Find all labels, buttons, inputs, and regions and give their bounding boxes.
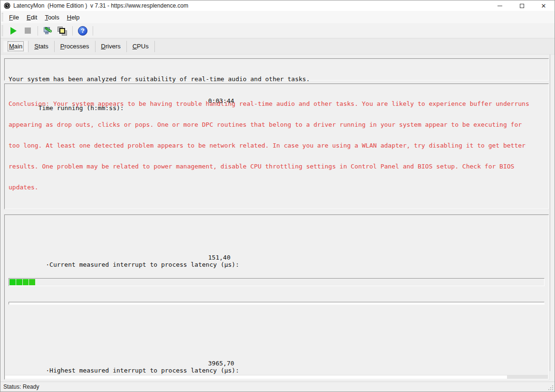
analyze-icon (43, 26, 53, 36)
play-icon (10, 27, 17, 35)
time-running-line: Time running (h:mm:ss): 0:03:44 (9, 97, 545, 105)
conclusion-text: appearing as drop outs, clicks or pops. … (9, 121, 545, 128)
conclusion-text: too long. At least one detected problem … (9, 142, 545, 149)
analysis-summary-panel: Your system has been analyzed for suitab… (4, 58, 549, 81)
status-bar: Status: Ready (0, 382, 555, 392)
help-button[interactable]: ? (76, 25, 89, 37)
report-button[interactable] (56, 25, 69, 37)
conclusion-text: results. One problem may be related to p… (9, 163, 545, 170)
minimize-button[interactable] (489, 0, 511, 11)
menu-edit[interactable]: Edit (23, 12, 41, 23)
report-icon (57, 26, 67, 36)
main-content: Your system has been analyzed for suitab… (0, 54, 555, 382)
stop-monitor-button[interactable] (21, 25, 34, 37)
conclusion-text: updates. (9, 184, 545, 191)
caption-buttons: ✕ (489, 0, 555, 11)
analyze-button[interactable] (41, 25, 55, 37)
measurements-panel: ·Current measured interrupt to process l… (4, 215, 549, 380)
toolbar-gripper[interactable] (2, 25, 3, 36)
menu-help[interactable]: Help (63, 12, 84, 23)
measurement-value: 3965,70 (208, 360, 234, 367)
tab-processes[interactable]: Processes (55, 41, 96, 52)
toolbar-separator (72, 26, 73, 36)
analysis-summary-text: Your system has been analyzed for suitab… (9, 75, 310, 83)
analysis-summary-line: Your system has been analyzed for suitab… (9, 75, 545, 83)
close-icon: ✕ (541, 3, 546, 9)
help-icon: ? (78, 26, 87, 36)
toolbar: ? (0, 23, 555, 38)
horizontal-scrollbar[interactable] (5, 375, 548, 379)
toolbar-separator (93, 26, 93, 36)
title-bar: LatencyMon (Home Edition ) v 7.31 - http… (0, 0, 555, 11)
latency-bar (9, 278, 545, 286)
measurement-row-current-latency: ·Current measured interrupt to process l… (9, 240, 545, 319)
menu-bar: File Edit Tools Help (0, 11, 555, 23)
tab-drivers[interactable]: Drivers (96, 41, 127, 52)
measurement-label: ·Current measured interrupt to process l… (46, 261, 239, 268)
window-title: LatencyMon (Home Edition ) v 7.31 - http… (13, 2, 188, 9)
menu-tools[interactable]: Tools (41, 12, 63, 23)
tab-cpus[interactable]: CPUs (127, 41, 155, 52)
app-logo-icon (4, 2, 10, 9)
resize-grip[interactable] (548, 385, 554, 391)
menu-gripper[interactable] (2, 13, 3, 21)
maximize-icon (520, 4, 524, 8)
tab-stats[interactable]: Stats (29, 41, 55, 52)
status-text: Status: Ready (3, 383, 39, 390)
tab-main[interactable]: Main (3, 41, 29, 52)
measurement-value: 151,40 (208, 254, 230, 261)
stop-icon (25, 28, 31, 34)
minimize-icon (498, 6, 502, 6)
time-running-label: Time running (h:mm:ss): (38, 104, 124, 112)
start-monitor-button[interactable] (7, 25, 20, 37)
menu-file[interactable]: File (5, 12, 23, 23)
latency-bar-track (9, 302, 545, 305)
horizontal-scrollbar-thumb[interactable] (507, 375, 548, 379)
toolbar-separator (38, 26, 38, 36)
latencymon-window: LatencyMon (Home Edition ) v 7.31 - http… (0, 0, 555, 392)
measurement-label: ·Highest measured interrupt to process l… (46, 367, 239, 374)
tab-bar: Main Stats Processes Drivers CPUs (0, 38, 555, 54)
close-button[interactable]: ✕ (533, 0, 555, 11)
maximize-button[interactable] (511, 0, 533, 11)
time-running-value: 0:03:44 (208, 97, 234, 104)
